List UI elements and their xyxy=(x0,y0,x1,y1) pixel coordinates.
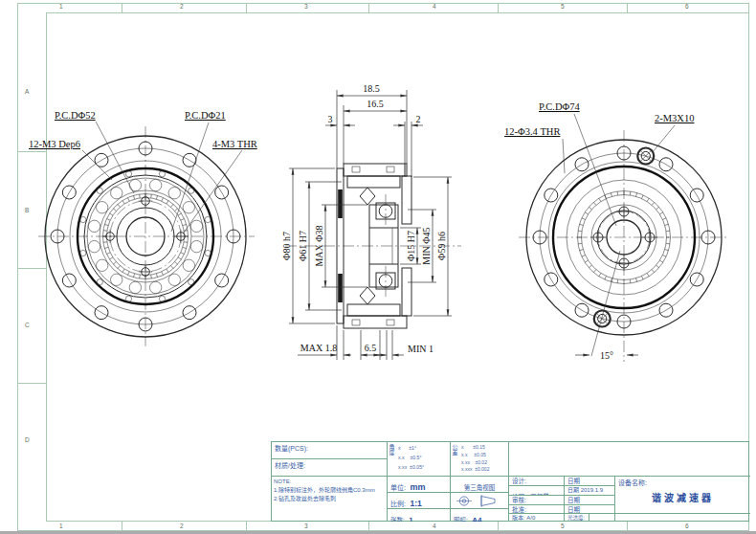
check-cell: 审核: xyxy=(509,496,565,505)
approve-date-cell: 日期 xyxy=(565,505,615,514)
approve-label: 批准: xyxy=(509,505,564,514)
dim-tolerance-label: 公差 xyxy=(452,444,457,456)
label-pcd21: P.C.DΦ21 xyxy=(185,110,226,121)
dim-min-1: MIN 1 xyxy=(408,344,434,354)
finish-cell: 光洁度: xyxy=(565,514,589,522)
section-view: 18.5 16.5 3 2 Φ80 h7 Φ61 H7 MAX Φ38 xyxy=(281,83,461,360)
device-name: 谐波减速器 xyxy=(615,490,750,504)
dim-tolerance-row: x ±0.15 xyxy=(461,444,508,452)
note-cell: NOTE: 1.除特别标注外，外轮廓线倒角C0.3mm 2.钻孔及攻丝处去除毛刺 xyxy=(272,477,388,522)
dim-3: 3 xyxy=(328,114,333,124)
scale-cell: 比例: 1:1 xyxy=(388,493,451,509)
dim-tolerance-cell: 公差 x ±0.15 x.x ±0.05 x.xx ±0.02 x.xxx ±0… xyxy=(451,442,509,477)
print-cell: 打印 2019/1/9 xyxy=(589,514,615,522)
unit-cell: 单位: mm xyxy=(388,477,451,493)
material-cell: 材质/处理: xyxy=(272,459,388,477)
dim-16-5: 16.5 xyxy=(367,99,384,109)
sheets-label: 张数: xyxy=(388,516,405,522)
label-2m3x10: 2-M3X10 xyxy=(655,113,694,123)
draw-cell: 绘图: 王红星 xyxy=(509,486,565,496)
unit-value: mm xyxy=(410,482,425,492)
design-cell: 设计: xyxy=(509,477,565,486)
angle-tolerance-row: x.xx ±0.05° xyxy=(398,463,450,473)
draw-date: 日期 2019.1.9 xyxy=(565,486,614,494)
dim-phi59: Φ59 h6 xyxy=(436,232,447,260)
check-date: 日期 xyxy=(565,496,614,504)
format-value: A4 xyxy=(472,516,481,522)
design-label: 设计: xyxy=(509,477,564,485)
angle-tolerance-label: 角度 xyxy=(389,444,394,456)
dim-phi61: Φ61 H7 xyxy=(298,231,308,261)
dim-phi15: Φ15 H7 xyxy=(406,231,416,261)
label-4m3: 4-M3 THR xyxy=(212,139,257,149)
dim-max-phi38: MAX Φ38 xyxy=(314,225,324,266)
device-name-cell: 设备名称: 谐波减速器 xyxy=(615,477,750,514)
unit-label: 单位: xyxy=(388,481,406,491)
label-12m3: 12-M3 Dep6 xyxy=(29,139,80,149)
dim-phi80: Φ80 h7 xyxy=(281,232,292,260)
note-line-1: 1.除特别标注外，外轮廓线倒角C0.3mm xyxy=(272,485,387,494)
version-value: 版本: A/0 xyxy=(509,514,564,522)
qty-label: 数量(PCS): xyxy=(272,442,387,453)
angle-tolerance-row: x ±1° xyxy=(398,444,450,454)
qty-cell: 数量(PCS): xyxy=(272,442,388,459)
title-block: 数量(PCS): 材质/处理: NOTE: 1.除特别标注外，外轮廓线倒角C0.… xyxy=(271,441,749,522)
blank-cell xyxy=(509,442,750,477)
check-label: 审核: xyxy=(509,496,564,504)
sheets-cell: 张数: 1 xyxy=(388,509,451,522)
check-date-cell: 日期 xyxy=(565,496,615,505)
dim-tolerance-row: x.x ±0.05 xyxy=(461,452,508,459)
label-pcd74: P.C.DΦ74 xyxy=(539,101,580,112)
left-view: P.C.DΦ52 P.C.DΦ21 12-M3 Dep6 4-M3 THR xyxy=(29,110,257,346)
format-label: 图幅: xyxy=(451,516,468,522)
projection-symbol-cell xyxy=(451,493,509,509)
version-cell: 版本: A/0 xyxy=(509,514,565,522)
label-12phi34: 12-Φ3.4 THR xyxy=(504,126,560,137)
angle-tolerance-row: x.x ±0.5° xyxy=(398,454,450,463)
right-view: 15° P.C.DΦ74 2-M3X10 12-Φ3.4 THR xyxy=(504,101,729,362)
design-date: 日期 xyxy=(565,477,614,485)
finish-label: 光洁度: xyxy=(565,514,589,522)
projection-cell: 第三角视图 xyxy=(451,477,509,493)
draw-date-cell: 日期 2019.1.9 xyxy=(565,486,615,496)
format-cell: 图幅: A4 xyxy=(451,509,509,522)
dim-2: 2 xyxy=(416,114,421,124)
scale-value: 1:1 xyxy=(410,499,421,508)
angle-tolerance-cell: 角度 x ±1° x.x ±0.5° x.xx ±0.05° xyxy=(388,442,451,477)
dim-max-1-8: MAX 1.8 xyxy=(300,343,337,353)
scale-label: 比例: xyxy=(388,498,406,507)
device-label: 设备名称: xyxy=(615,477,750,487)
drawing-sheet: 1 2 3 4 5 6 1 2 3 4 5 6 A B C D xyxy=(0,0,756,534)
material-label: 材质/处理: xyxy=(272,459,387,470)
approve-cell: 批准: xyxy=(509,505,565,514)
dim-min-phi45: MIN Φ45 xyxy=(421,227,432,264)
label-pcd52: P.C.DΦ52 xyxy=(55,110,96,121)
dim-18-5: 18.5 xyxy=(363,83,380,94)
note-line-2: 2.钻孔及攻丝处去除毛刺 xyxy=(272,494,387,502)
projection-label: 第三角视图 xyxy=(464,484,496,491)
dim-6-5: 6.5 xyxy=(365,343,377,353)
dim-tolerance-row: x.xx ±0.02 xyxy=(461,459,508,467)
third-angle-projection-icon xyxy=(453,494,506,508)
dim-15deg: 15° xyxy=(600,350,613,361)
sheets-value: 1 xyxy=(409,516,412,522)
approve-date: 日期 xyxy=(565,505,614,514)
dim-tolerance-row: x.xxx ±0.002 xyxy=(461,466,508,474)
design-date-cell: 日期 xyxy=(565,477,615,486)
drawing-no-cell: 图号: RHD-17-XXX-U-1 xyxy=(615,514,750,522)
note-title: NOTE: xyxy=(272,477,387,485)
